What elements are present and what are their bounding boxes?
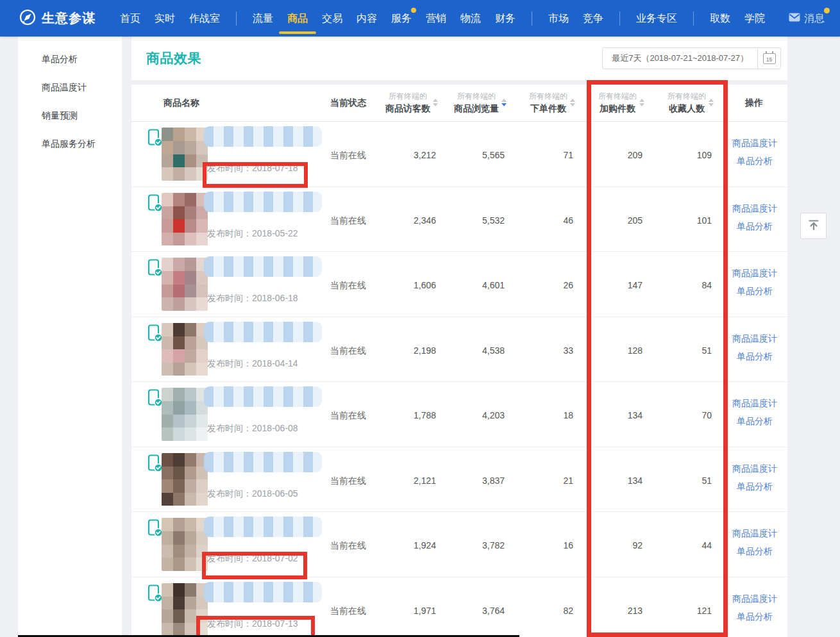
col-header-order-items[interactable]: 所有终端的 下单件数 bbox=[529, 90, 575, 115]
status-value: 当前在线 bbox=[330, 606, 366, 617]
link-goods-thermometer[interactable]: 商品温度计 bbox=[729, 268, 780, 279]
product-image-blurred[interactable] bbox=[162, 193, 208, 246]
brand[interactable]: 生意参谋 bbox=[19, 9, 96, 28]
nav-item-home[interactable]: 首页 bbox=[120, 0, 140, 37]
favorites-value: 51 bbox=[641, 345, 712, 356]
cart-adds-value: 134 bbox=[572, 476, 643, 486]
nav-item-marketing[interactable]: 营销 bbox=[426, 0, 446, 37]
nav-item-realtime[interactable]: 实时 bbox=[155, 0, 175, 37]
order-items-value: 82 bbox=[503, 606, 573, 616]
product-title-blurred[interactable] bbox=[204, 126, 322, 147]
col-header-product-name: 商品名称 bbox=[164, 97, 199, 109]
date-range-label[interactable]: 最近7天（2018-07-21~2018-07-27） bbox=[603, 48, 757, 69]
sidebar-item-item-analysis[interactable]: 单品分析 bbox=[18, 45, 122, 73]
messages-badge-dot bbox=[824, 8, 830, 13]
cart-adds-value: 147 bbox=[572, 280, 643, 290]
product-image-blurred[interactable] bbox=[162, 518, 208, 571]
cart-adds-value: 205 bbox=[572, 215, 643, 226]
sidebar-item-sales-forecast[interactable]: 销量预测 bbox=[18, 101, 122, 129]
sort-toggle-icon[interactable] bbox=[639, 99, 644, 106]
status-value: 当前在线 bbox=[330, 410, 366, 422]
brand-name: 生意参谋 bbox=[42, 10, 96, 27]
order-items-value: 16 bbox=[503, 540, 573, 550]
order-items-value: 26 bbox=[503, 280, 573, 290]
product-title-blurred[interactable] bbox=[204, 517, 322, 537]
link-goods-thermometer[interactable]: 商品温度计 bbox=[729, 528, 780, 540]
nav-item-academy[interactable]: 学院 bbox=[744, 0, 765, 37]
nav-item-data-fetch[interactable]: 取数 bbox=[710, 0, 730, 37]
link-goods-thermometer[interactable]: 商品温度计 bbox=[729, 593, 780, 605]
col-header-favorites[interactable]: 所有终端的 收藏人数 bbox=[668, 90, 714, 115]
messages-entry[interactable]: 消息 bbox=[789, 0, 825, 37]
pageviews-value: 4,538 bbox=[434, 345, 505, 356]
link-goods-thermometer[interactable]: 商品温度计 bbox=[729, 138, 780, 149]
product-image-blurred[interactable] bbox=[162, 453, 208, 506]
link-item-analysis[interactable]: 单品分析 bbox=[729, 351, 780, 363]
order-items-value: 21 bbox=[503, 476, 573, 486]
sort-toggle-icon[interactable] bbox=[709, 99, 714, 106]
nav-item-logistics[interactable]: 物流 bbox=[460, 0, 481, 37]
status-value: 当前在线 bbox=[330, 215, 366, 227]
link-item-analysis[interactable]: 单品分析 bbox=[729, 221, 780, 233]
nav-item-finance[interactable]: 财务 bbox=[495, 0, 516, 37]
sidebar-item-item-service-analysis[interactable]: 单品服务分析 bbox=[18, 129, 122, 158]
col-header-cart-adds[interactable]: 所有终端的 加购件数 bbox=[598, 90, 644, 115]
pageviews-value: 5,565 bbox=[434, 150, 505, 160]
nav-item-trade[interactable]: 交易 bbox=[322, 0, 342, 37]
nav-item-goods[interactable]: 商品 bbox=[287, 0, 308, 37]
product-title-blurred[interactable] bbox=[204, 322, 322, 342]
nav-item-service[interactable]: 服务 bbox=[391, 0, 412, 37]
mobile-verified-icon bbox=[147, 129, 163, 149]
link-goods-thermometer[interactable]: 商品温度计 bbox=[729, 463, 780, 475]
back-to-top-button[interactable] bbox=[800, 213, 827, 239]
product-image-blurred[interactable] bbox=[162, 388, 208, 441]
visitors-value: 1,924 bbox=[365, 540, 436, 550]
link-goods-thermometer[interactable]: 商品温度计 bbox=[729, 398, 780, 410]
link-item-analysis[interactable]: 单品分析 bbox=[729, 611, 780, 623]
link-item-analysis[interactable]: 单品分析 bbox=[729, 546, 780, 558]
publish-time: 发布时间：2018-06-18 bbox=[207, 293, 298, 304]
product-title-blurred[interactable] bbox=[204, 192, 322, 212]
nav-item-content[interactable]: 内容 bbox=[357, 0, 377, 37]
calendar-button[interactable]: 15 bbox=[757, 48, 780, 69]
product-title-blurred[interactable] bbox=[204, 452, 322, 472]
col-header-prefix: 所有终端的 bbox=[529, 90, 567, 102]
nav-divider bbox=[619, 12, 620, 26]
mobile-verified-icon bbox=[147, 454, 163, 475]
nav-item-messages[interactable]: 消息 bbox=[804, 0, 825, 37]
link-item-analysis[interactable]: 单品分析 bbox=[729, 481, 780, 493]
table-row: 发布时间：2018-04-14 当前在线 2,198 4,538 33 128 … bbox=[131, 317, 787, 383]
publish-time: 发布时间：2018-06-05 bbox=[207, 488, 298, 500]
product-title-blurred[interactable] bbox=[204, 256, 322, 277]
nav-item-market[interactable]: 市场 bbox=[548, 0, 569, 37]
product-title-blurred[interactable] bbox=[204, 582, 322, 602]
col-header-pageviews[interactable]: 所有终端的 商品浏览量 bbox=[454, 90, 507, 115]
nav-item-business-zone[interactable]: 业务专区 bbox=[636, 0, 677, 37]
product-image-blurred[interactable] bbox=[162, 583, 208, 636]
nav-item-traffic[interactable]: 流量 bbox=[253, 0, 273, 37]
sort-toggle-icon[interactable] bbox=[433, 99, 438, 106]
product-image-blurred[interactable] bbox=[162, 128, 208, 181]
sort-toggle-icon-active-desc[interactable] bbox=[501, 99, 507, 106]
publish-time: 发布时间：2018-07-13 bbox=[207, 618, 298, 630]
product-image-blurred[interactable] bbox=[162, 258, 208, 311]
cart-adds-value: 92 bbox=[572, 540, 643, 550]
publish-time: 发布时间：2018-06-08 bbox=[207, 423, 298, 434]
nav-item-warroom[interactable]: 作战室 bbox=[189, 0, 220, 37]
link-item-analysis[interactable]: 单品分析 bbox=[729, 156, 780, 167]
product-image-blurred[interactable] bbox=[162, 323, 208, 376]
link-item-analysis[interactable]: 单品分析 bbox=[729, 416, 780, 427]
link-goods-thermometer[interactable]: 商品温度计 bbox=[729, 333, 780, 345]
product-title-blurred[interactable] bbox=[204, 386, 322, 407]
date-range-picker[interactable]: 最近7天（2018-07-21~2018-07-27） 15 bbox=[602, 47, 781, 69]
link-goods-thermometer[interactable]: 商品温度计 bbox=[729, 203, 780, 215]
sidebar-item-goods-thermometer[interactable]: 商品温度计 bbox=[18, 73, 122, 101]
page-header: 商品效果 最近7天（2018-07-21~2018-07-27） 15 bbox=[131, 37, 787, 80]
nav-item-competition[interactable]: 竞争 bbox=[583, 0, 603, 37]
col-header-prefix: 所有终端的 bbox=[454, 90, 499, 102]
col-header-visitors[interactable]: 所有终端的 商品访客数 bbox=[385, 90, 438, 115]
link-item-analysis[interactable]: 单品分析 bbox=[729, 286, 780, 297]
favorites-value: 101 bbox=[641, 215, 712, 226]
sort-toggle-icon[interactable] bbox=[570, 99, 575, 106]
favorites-value: 44 bbox=[641, 540, 712, 550]
